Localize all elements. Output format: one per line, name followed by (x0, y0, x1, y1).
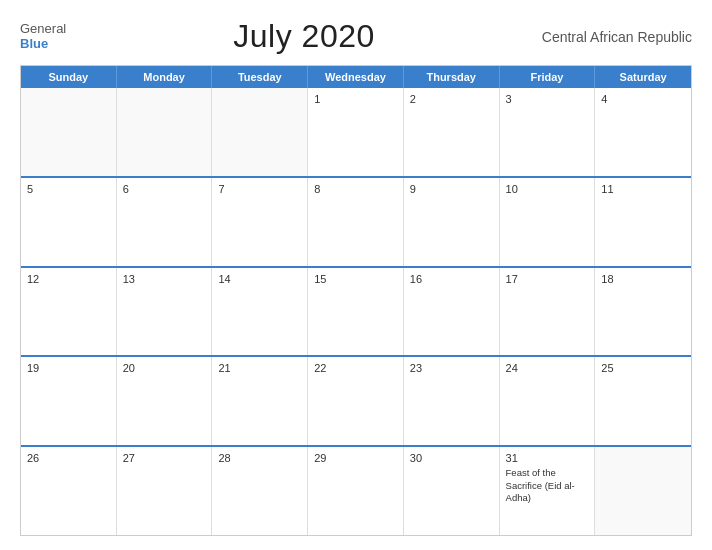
day-header-thursday: Thursday (404, 66, 500, 88)
calendar-day: 8 (308, 178, 404, 266)
logo-blue: Blue (20, 37, 66, 51)
day-header-friday: Friday (500, 66, 596, 88)
calendar-day: 17 (500, 268, 596, 356)
calendar-day: 6 (117, 178, 213, 266)
calendar-day: 26 (21, 447, 117, 535)
day-number: 14 (218, 273, 301, 285)
calendar-day: 27 (117, 447, 213, 535)
day-number: 21 (218, 362, 301, 374)
day-number: 28 (218, 452, 301, 464)
day-number: 26 (27, 452, 110, 464)
day-number: 15 (314, 273, 397, 285)
calendar-day: 2 (404, 88, 500, 176)
calendar-week-1: 1234 (21, 88, 691, 176)
calendar-day: 28 (212, 447, 308, 535)
calendar-day: 24 (500, 357, 596, 445)
calendar-day: 4 (595, 88, 691, 176)
month-title: July 2020 (233, 18, 374, 55)
calendar-day: 16 (404, 268, 500, 356)
calendar-day (21, 88, 117, 176)
day-number: 3 (506, 93, 589, 105)
day-number: 24 (506, 362, 589, 374)
calendar-day: 18 (595, 268, 691, 356)
calendar-header: SundayMondayTuesdayWednesdayThursdayFrid… (21, 66, 691, 88)
day-number: 27 (123, 452, 206, 464)
day-number: 9 (410, 183, 493, 195)
logo-general: General (20, 22, 66, 36)
calendar-day: 11 (595, 178, 691, 266)
day-number: 22 (314, 362, 397, 374)
day-header-monday: Monday (117, 66, 213, 88)
day-number: 4 (601, 93, 685, 105)
calendar-day: 7 (212, 178, 308, 266)
calendar-day: 5 (21, 178, 117, 266)
day-header-wednesday: Wednesday (308, 66, 404, 88)
day-number: 1 (314, 93, 397, 105)
page-header: General Blue July 2020 Central African R… (20, 18, 692, 55)
day-number: 31 (506, 452, 589, 464)
country-name: Central African Republic (542, 29, 692, 45)
day-number: 19 (27, 362, 110, 374)
day-number: 30 (410, 452, 493, 464)
day-number: 6 (123, 183, 206, 195)
day-number: 20 (123, 362, 206, 374)
day-number: 17 (506, 273, 589, 285)
calendar-page: General Blue July 2020 Central African R… (0, 0, 712, 550)
day-number: 29 (314, 452, 397, 464)
calendar-day: 29 (308, 447, 404, 535)
day-number: 12 (27, 273, 110, 285)
calendar-day: 1 (308, 88, 404, 176)
day-header-saturday: Saturday (595, 66, 691, 88)
calendar-week-3: 12131415161718 (21, 266, 691, 356)
calendar-day: 25 (595, 357, 691, 445)
calendar-day: 19 (21, 357, 117, 445)
day-number: 16 (410, 273, 493, 285)
calendar-day: 10 (500, 178, 596, 266)
day-header-tuesday: Tuesday (212, 66, 308, 88)
calendar-day: 22 (308, 357, 404, 445)
calendar-day: 9 (404, 178, 500, 266)
day-number: 7 (218, 183, 301, 195)
day-number: 13 (123, 273, 206, 285)
day-number: 18 (601, 273, 685, 285)
calendar-day (117, 88, 213, 176)
calendar-day: 12 (21, 268, 117, 356)
logo: General Blue (20, 22, 66, 51)
calendar-week-2: 567891011 (21, 176, 691, 266)
calendar-day: 30 (404, 447, 500, 535)
calendar-day (212, 88, 308, 176)
calendar-day: 31Feast of the Sacrifice (Eid al-Adha) (500, 447, 596, 535)
calendar-day: 21 (212, 357, 308, 445)
calendar-day: 15 (308, 268, 404, 356)
calendar-day: 3 (500, 88, 596, 176)
calendar-week-4: 19202122232425 (21, 355, 691, 445)
day-number: 8 (314, 183, 397, 195)
calendar-day (595, 447, 691, 535)
calendar-day: 20 (117, 357, 213, 445)
calendar-day: 23 (404, 357, 500, 445)
day-number: 23 (410, 362, 493, 374)
calendar-week-5: 262728293031Feast of the Sacrifice (Eid … (21, 445, 691, 535)
day-header-sunday: Sunday (21, 66, 117, 88)
calendar-body: 1234567891011121314151617181920212223242… (21, 88, 691, 535)
day-number: 2 (410, 93, 493, 105)
calendar-day: 14 (212, 268, 308, 356)
day-number: 25 (601, 362, 685, 374)
calendar-day: 13 (117, 268, 213, 356)
calendar: SundayMondayTuesdayWednesdayThursdayFrid… (20, 65, 692, 536)
day-number: 11 (601, 183, 685, 195)
day-number: 10 (506, 183, 589, 195)
day-number: 5 (27, 183, 110, 195)
day-event: Feast of the Sacrifice (Eid al-Adha) (506, 467, 589, 504)
